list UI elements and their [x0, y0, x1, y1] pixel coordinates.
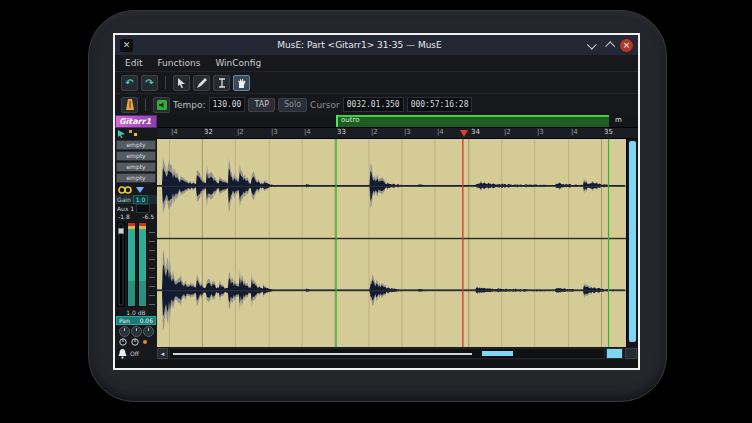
route-down-icon[interactable] [136, 187, 144, 193]
marker-strip[interactable]: outro m [157, 115, 638, 128]
ruler-tick-label: 35 [604, 129, 613, 136]
tempo-value[interactable]: 130.00 [209, 97, 246, 112]
undo-button[interactable]: ↶ [121, 75, 138, 91]
horizontal-scrollbar-thumb[interactable] [482, 351, 512, 356]
pencil-icon [197, 78, 207, 88]
track-panel: empty empty empty empty Gain 1.0 Aux 1 - [115, 139, 157, 347]
metronome-button[interactable] [121, 97, 138, 113]
chevron-down-icon [587, 39, 597, 49]
toolbar-transport: Tempo: 130.00 TAP Solo Cursor 0032.01.35… [115, 93, 638, 115]
stereo-icon[interactable] [118, 186, 132, 194]
fader-handle[interactable] [118, 228, 124, 234]
ruler-row: |432|2|3|433|2|3|434|2|3|435 [115, 128, 638, 139]
knobs-row [115, 325, 157, 337]
toggle-row [115, 337, 157, 347]
cursor-position-value: 0032.01.350 [343, 97, 404, 112]
knob-icon[interactable] [131, 326, 142, 337]
ibeam-icon [218, 78, 226, 88]
automation-mode-label[interactable]: Off [130, 350, 139, 357]
aux-knob[interactable] [136, 204, 150, 213]
power-toggle-icon[interactable] [131, 338, 139, 346]
ruler-tick-label: |3 [537, 129, 544, 136]
ruler-tick-label: |3 [271, 129, 278, 136]
toolbar-tools: ↶ ↷ [115, 71, 638, 93]
track-mini-toolbar [115, 128, 157, 139]
redo-icon: ↷ [145, 77, 153, 88]
ruler-tick-label: |4 [304, 129, 311, 136]
ruler-tick-label: 34 [471, 129, 480, 136]
bell-icon[interactable] [118, 349, 127, 359]
tempo-label: Tempo: [173, 100, 206, 110]
menu-winconfig[interactable]: WinConfig [215, 58, 261, 68]
vertical-scrollbar-thumb[interactable] [629, 141, 636, 342]
cursor-label: Cursor [310, 100, 340, 110]
metronome-icon [125, 99, 135, 110]
menu-functions[interactable]: Functions [157, 58, 200, 68]
device-bezel: ✕ MusE: Part <Gitarr1> 31-35 — MusE × Ed… [88, 10, 667, 402]
gain-row: Gain 1.0 [115, 195, 157, 204]
timeline-ruler[interactable]: |432|2|3|433|2|3|434|2|3|435 [157, 128, 638, 139]
playhead-marker[interactable] [460, 130, 468, 137]
gain-value[interactable]: 1.0 [133, 195, 149, 204]
pan-tool-button[interactable] [233, 75, 250, 91]
scroll-left-button[interactable]: ◂ [157, 348, 168, 359]
knob-icon[interactable] [119, 326, 130, 337]
stereo-row [115, 184, 157, 195]
close-button[interactable]: × [620, 39, 633, 52]
marker-flag[interactable] [336, 115, 338, 127]
knob-icon[interactable] [143, 326, 154, 337]
ruler-tick-label: |4 [571, 129, 578, 136]
gain-db-label: 1.0 dB [115, 308, 157, 316]
level-meter-left [127, 222, 136, 307]
ruler-tick-label: |3 [404, 129, 411, 136]
ruler-tick-label: 33 [337, 129, 346, 136]
fader-track [120, 225, 122, 304]
speaker-icon [157, 100, 167, 110]
audition-button[interactable] [153, 97, 170, 113]
chevron-up-icon [605, 41, 615, 51]
pencil-tool-button[interactable] [193, 75, 210, 91]
maximize-button[interactable] [603, 39, 616, 52]
controller-slot-button[interactable]: empty [116, 173, 156, 183]
redo-button[interactable]: ↷ [141, 75, 158, 91]
marker-region-outro[interactable] [336, 115, 609, 127]
toolbar-separator [145, 98, 146, 111]
menu-edit[interactable]: Edit [125, 58, 142, 68]
controller-slot-button[interactable]: empty [116, 162, 156, 172]
pointer-tool-button[interactable] [173, 75, 190, 91]
marker-next-label: m [615, 117, 622, 124]
waveform-canvas[interactable] [157, 139, 626, 347]
pointer-icon [177, 78, 186, 88]
pan-row[interactable]: Pan 0.06 [116, 316, 156, 325]
bottom-left-cell: Off [115, 349, 157, 359]
solo-button[interactable]: Solo [278, 98, 307, 112]
desktop: { "titlebar": { "title": "MusE: Part <Gi… [0, 0, 752, 423]
controller-slot-button[interactable]: empty [116, 140, 156, 150]
vertical-scrollbar[interactable] [626, 139, 638, 347]
select-arrow-icon[interactable] [118, 130, 126, 138]
arrow-left-icon: ◂ [161, 350, 165, 358]
meter-scale [149, 224, 155, 305]
tap-button[interactable]: TAP [248, 98, 275, 112]
part-name-button[interactable]: Gitarr1 [115, 115, 157, 128]
muse-logo-icon: ✕ [120, 39, 133, 52]
window-title: MusE: Part <Gitarr1> 31-35 — MusE [137, 40, 582, 50]
power-toggle-icon[interactable] [119, 338, 127, 346]
gain-label: Gain [117, 196, 131, 203]
waveform-svg [157, 139, 626, 347]
titlebar[interactable]: ✕ MusE: Part <Gitarr1> 31-35 — MusE × [115, 35, 638, 55]
grid-snap-icon[interactable] [129, 130, 138, 137]
peak-readout-row: -1.8 -6.5 [115, 213, 157, 221]
shade-button[interactable] [586, 39, 599, 52]
ruler-tick-label: |2 [237, 129, 244, 136]
marker-row: Gitarr1 outro m [115, 115, 638, 128]
corner-grip[interactable] [625, 348, 637, 359]
horizontal-scrollbar[interactable] [169, 348, 605, 359]
zoom-slider[interactable] [606, 348, 623, 359]
volume-fader[interactable] [117, 222, 125, 307]
record-indicator-icon[interactable] [143, 340, 147, 344]
bottom-bar: Off ◂ [115, 347, 638, 360]
cursor-tool-button[interactable] [213, 75, 230, 91]
peak-left-value: -1.8 [118, 213, 130, 221]
controller-slot-button[interactable]: empty [116, 151, 156, 161]
